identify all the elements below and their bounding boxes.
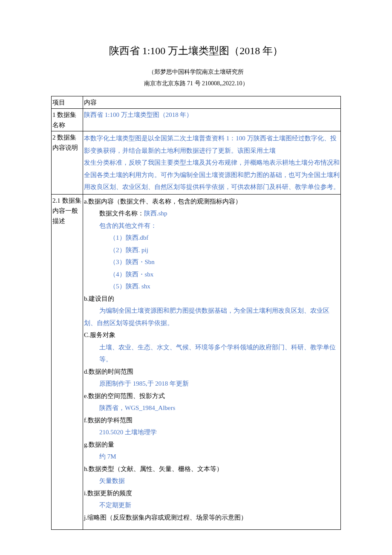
row2-content: 本数字化土壤类型图是以全国第二次土壤普查资料 1：100 万陕西省土壤图经过数字… xyxy=(83,131,341,195)
section-a-label: a.数据内容（数据文件、表名称，包含的观测指标内容） xyxy=(84,195,340,208)
row1-value: 陕西省 1:100 万土壤类型图（2018 年） xyxy=(83,109,341,131)
spacer xyxy=(84,523,340,529)
table-row: 1 数据集名称 陕西省 1:100 万土壤类型图（2018 年） xyxy=(52,109,341,131)
file-item: （4）陕西・sbx xyxy=(84,268,340,281)
row1-label: 1 数据集名称 xyxy=(52,109,83,131)
author-line: （郑梦思中国科学院南京土壤研究所 xyxy=(51,67,341,77)
section-h-value: 矢量数据 xyxy=(84,475,340,487)
section-f-value: 210.5020 土壤地理学 xyxy=(84,426,340,439)
section-d-label: d.数据的时间范围 xyxy=(84,366,340,378)
section-c-value: 土壤、农业、生态、水文、气候、环境等多个学科领域的政府部门、科研、教学单位等。 xyxy=(84,341,340,366)
section-f-label: f.数据的学科范围 xyxy=(84,414,340,427)
section-e-label: e.数据的空间范围、投影方式 xyxy=(84,390,340,402)
file-name-value: 陕西.shp xyxy=(144,210,167,217)
section-i-value: 不定期更新 xyxy=(84,499,340,511)
metadata-table: 项目 内容 1 数据集名称 陕西省 1:100 万土壤类型图（2018 年） 2… xyxy=(51,96,341,530)
file-item: （1）陕西.dbf xyxy=(84,232,340,244)
row3-label: 2.1 数据集内容一般描述 xyxy=(52,194,83,530)
section-b-value: 为编制全国土壤资源图和肥力图提供数据基础，为全国土壤利用改良区划、农业区划、自然… xyxy=(84,305,340,329)
header-col1: 项目 xyxy=(52,96,83,109)
row2-para1: 本数字化土壤类型图是以全国第二次土壤普查资料 1：100 万陕西省土壤图经过数字… xyxy=(84,132,340,157)
file-item: （3）陕西・Sbn xyxy=(84,256,340,268)
table-header-row: 项目 内容 xyxy=(52,96,341,109)
other-files-label: 包含的其他文件有： xyxy=(84,220,340,232)
section-b-label: b.建设目的 xyxy=(84,293,340,305)
section-c-label: C.服务对象 xyxy=(84,329,340,341)
file-item: （2）陕西. pij xyxy=(84,244,340,256)
table-row: 2 数据集内容说明 本数字化土壤类型图是以全国第二次土壤普查资料 1：100 万… xyxy=(52,131,341,195)
section-d-value: 原图制作于 1985,于 2018 年更新 xyxy=(84,378,340,390)
section-j-label: j.缩略图（反应数据集内容或观测过程、场景等的示意图） xyxy=(84,511,340,524)
dataset-name: 陕西省 1:100 万土壤类型图（2018 年） xyxy=(84,111,193,118)
section-h-label: h.数据类型（文献、属性、矢量、栅格、文本等） xyxy=(84,463,340,475)
row3-content: a.数据内容（数据文件、表名称，包含的观测指标内容） 数据文件名称：陕西.shp… xyxy=(83,194,341,530)
file-item: （5）陕西. shx xyxy=(84,280,340,293)
row2-label: 2 数据集内容说明 xyxy=(52,131,83,195)
section-g-label: g.数据的量 xyxy=(84,439,340,451)
address-line: 南京市北京东路 71 号 210008,,2022.10） xyxy=(51,79,341,88)
section-e-value: 陕西省，WGS_1984_Albers xyxy=(84,402,340,414)
table-row: 2.1 数据集内容一般描述 a.数据内容（数据文件、表名称，包含的观测指标内容）… xyxy=(52,194,341,530)
file-name-line: 数据文件名称：陕西.shp xyxy=(84,207,340,220)
file-name-label: 数据文件名称： xyxy=(99,210,144,217)
header-col2: 内容 xyxy=(83,96,341,109)
section-i-label: i.数据更新的频度 xyxy=(84,487,340,500)
page-title: 陕西省 1:100 万土壤类型图（2018 年） xyxy=(51,43,341,59)
row2-para2: 发生分类标准，反映了我国主要类型土壤及其分布规律，并概略地表示耕地土壤分布情况和… xyxy=(84,157,340,193)
section-g-value: 约 7M xyxy=(84,450,340,463)
